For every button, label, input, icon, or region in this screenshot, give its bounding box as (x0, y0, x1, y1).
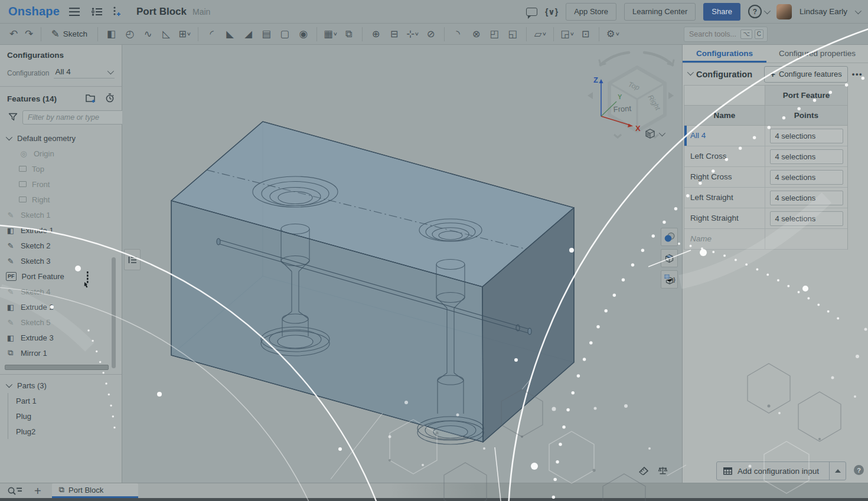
onshape-logo[interactable]: Onshape (8, 5, 60, 18)
filter-funnel-icon[interactable] (8, 113, 18, 123)
sweep-tool[interactable]: ∿ (139, 26, 157, 42)
part-item[interactable]: Plug (8, 408, 122, 424)
chevron-down-icon[interactable] (659, 130, 665, 136)
sketch-button[interactable]: ✎ Sketch (45, 26, 93, 42)
config-row[interactable]: Right Cross4 selections (684, 167, 847, 188)
insert-folder-icon[interactable] (86, 94, 97, 104)
config-row[interactable]: Left Cross4 selections (684, 146, 847, 167)
loft-tool[interactable]: ◺ (157, 26, 175, 42)
help-menu[interactable]: ? (748, 5, 769, 18)
rollback-bar[interactable] (5, 365, 109, 370)
feature-item[interactable]: ✎Sketch 5 (0, 315, 122, 330)
points-selections-button[interactable]: 4 selections (770, 149, 843, 164)
feature-item[interactable]: PFPort Feature (0, 268, 122, 284)
draft-tool[interactable]: ◢ (239, 26, 257, 42)
named-views-tool[interactable]: ◲∨ (558, 26, 576, 42)
add-tab-button[interactable]: + (34, 485, 41, 497)
caret-down-icon[interactable]: ∨ (615, 31, 619, 37)
insert-new-element-icon[interactable] (112, 6, 121, 17)
part-item[interactable]: Plug2 (8, 424, 122, 439)
avatar[interactable] (776, 4, 792, 19)
replace-face-tool[interactable]: ◱ (504, 26, 522, 42)
chamfer-tool[interactable]: ◣ (221, 26, 239, 42)
caret-down-icon[interactable]: ∨ (187, 31, 191, 37)
configured-display-button[interactable]: } (661, 270, 678, 289)
app-store-button[interactable]: App Store (566, 3, 616, 21)
tab-port-block[interactable]: ⧉ Port Block (52, 483, 138, 498)
3d-viewport[interactable]: Top Front Right Z X Y (122, 45, 682, 483)
appearance-button[interactable] (661, 228, 678, 246)
chevron-down-icon[interactable] (687, 69, 694, 76)
custom-feature-tool[interactable]: ⚙∨ (603, 26, 622, 42)
user-menu-chevron-icon[interactable] (855, 7, 862, 14)
featurescript-icon[interactable]: {∨} (545, 7, 558, 17)
filter-input[interactable] (22, 110, 129, 125)
config-row[interactable]: Right Straight4 selections (684, 208, 847, 229)
versions-history-icon[interactable] (92, 7, 103, 17)
view-options-button[interactable] (644, 126, 670, 142)
config-name[interactable]: Left Cross (684, 146, 765, 166)
feature-item[interactable]: ⧉Mirror 1 (0, 345, 122, 361)
share-button[interactable]: Share (703, 3, 740, 21)
undo-button[interactable]: ↶ (6, 28, 21, 40)
new-config-row[interactable]: Name (684, 229, 847, 250)
config-row[interactable]: Left Straight4 selections (684, 188, 847, 208)
transform-tool[interactable]: ⊹∨ (403, 26, 422, 42)
extrude-tool[interactable]: ◧ (102, 26, 120, 42)
configuration-select[interactable]: All 4 (54, 67, 115, 78)
search-tools-input[interactable] (688, 30, 738, 39)
feature-item[interactable]: ✎Sketch 4 (0, 284, 122, 299)
user-name[interactable]: Lindsay Early (800, 7, 847, 16)
plane-tool[interactable]: ▱∨ (531, 26, 549, 42)
feature-item[interactable]: ✎Sketch 1 (0, 207, 122, 222)
delete-part-tool[interactable]: ⊘ (422, 26, 440, 42)
feature-item[interactable]: Top (0, 161, 122, 176)
feature-item[interactable]: ✎Sketch 2 (0, 238, 122, 253)
revolve-tool[interactable]: ◴ (120, 26, 139, 42)
parts-group-header[interactable]: Parts (3) (0, 378, 122, 393)
feature-list-scrollbar[interactable] (112, 257, 116, 368)
feature-item[interactable]: Right (0, 192, 122, 207)
feature-item[interactable]: Front (0, 176, 122, 192)
document-title[interactable]: Port Block (136, 6, 187, 18)
thicken-tool[interactable]: ⊞∨ (175, 26, 194, 42)
config-row[interactable]: All 44 selections (684, 126, 847, 146)
config-name[interactable]: All 4 (684, 126, 765, 146)
panel-help-icon[interactable]: ? (854, 465, 864, 475)
boolean-tool[interactable]: ⊕ (367, 26, 385, 42)
learning-center-button[interactable]: Learning Center (624, 3, 696, 21)
search-tools-box[interactable]: ⌥ C (684, 27, 768, 42)
hole-tool[interactable]: ◉ (294, 26, 312, 42)
linear-pattern-tool[interactable]: ▦∨ (321, 26, 340, 42)
mass-properties-icon[interactable] (658, 466, 668, 475)
delete-face-tool[interactable]: ⊗ (467, 26, 485, 42)
comments-icon[interactable] (526, 8, 537, 16)
manage-tabs-button[interactable] (7, 486, 22, 496)
feature-item[interactable]: ◧Extrude 1 (0, 222, 122, 238)
feature-item[interactable]: ◎Origin (0, 146, 122, 161)
mate-connector-tool[interactable]: ⊡ (576, 26, 595, 42)
points-selections-button[interactable]: 4 selections (770, 129, 843, 143)
shell-tool[interactable]: ▢ (276, 26, 294, 42)
add-configuration-input-button[interactable]: Add configuration input (716, 461, 846, 480)
part-item[interactable]: Part 1 (8, 393, 122, 408)
config-name[interactable]: Right Straight (684, 208, 765, 228)
tab-configured-properties[interactable]: Configured properties (766, 45, 868, 63)
modify-fillet-tool[interactable]: ◝ (449, 26, 467, 42)
new-config-name-placeholder[interactable]: Name (684, 229, 765, 249)
feature-item[interactable]: ✎Sketch 3 (0, 253, 122, 268)
hamburger-menu-icon[interactable] (69, 7, 81, 17)
redo-button[interactable]: ↷ (21, 28, 37, 40)
move-face-tool[interactable]: ◰ (485, 26, 504, 42)
workspace-name[interactable]: Main (192, 7, 210, 17)
add-input-dropdown[interactable] (829, 462, 846, 480)
display-states-button[interactable] (661, 249, 678, 267)
config-name[interactable]: Left Straight (684, 188, 765, 208)
caret-down-icon[interactable]: ∨ (415, 31, 419, 37)
tab-configurations[interactable]: Configurations (683, 45, 766, 63)
caret-down-icon[interactable]: ∨ (570, 31, 575, 37)
points-selections-button[interactable]: 4 selections (770, 211, 843, 226)
feature-list-toggle-button[interactable] (124, 249, 141, 270)
fillet-tool[interactable]: ◜ (203, 26, 221, 42)
feature-item[interactable]: ◧Extrude 3 (0, 330, 122, 345)
